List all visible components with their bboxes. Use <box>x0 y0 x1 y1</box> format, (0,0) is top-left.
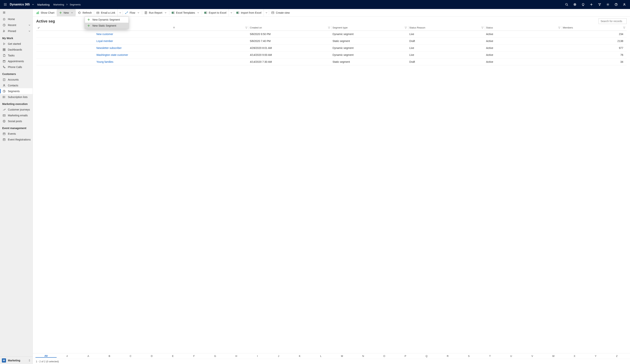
new-dynamic-segment[interactable]: New Dynamic Segment <box>85 17 128 23</box>
table-row[interactable]: Washington state customer 4/14/2020 9:00… <box>36 51 626 58</box>
jump-V[interactable]: V <box>522 355 543 358</box>
col-type[interactable]: Segment type <box>332 26 348 29</box>
col-reason[interactable]: Status Reason <box>409 26 425 29</box>
nav-event-registrations[interactable]: Event Registrations <box>0 137 32 142</box>
nav-customer-journeys[interactable]: Customer journeys <box>0 107 32 112</box>
sort-asc-icon[interactable] <box>173 26 175 29</box>
breadcrumb-root[interactable]: Marketing <box>54 3 64 6</box>
insights-icon[interactable] <box>579 0 587 9</box>
nav-recent[interactable]: Recent <box>0 22 32 28</box>
filter-icon[interactable] <box>558 26 560 29</box>
search-records[interactable] <box>598 18 626 24</box>
nav-contacts[interactable]: Contacts <box>0 82 32 88</box>
col-status[interactable]: Status <box>486 26 493 29</box>
row-name[interactable]: Washington state customer <box>95 51 249 58</box>
jump-O[interactable]: O <box>374 355 395 358</box>
cmd-import-excel-split[interactable] <box>264 9 269 16</box>
cmd-export-excel-split[interactable] <box>228 9 234 16</box>
jump-J[interactable]: J <box>268 355 289 358</box>
jump-X[interactable]: X <box>564 355 585 358</box>
account-icon[interactable] <box>620 0 628 9</box>
jump-C[interactable]: C <box>120 355 141 358</box>
cmd-refresh[interactable]: Refresh <box>76 9 94 16</box>
jump-T[interactable]: T <box>480 355 500 358</box>
jump-M[interactable]: M <box>332 355 353 358</box>
jump-E[interactable]: E <box>162 355 184 358</box>
advanced-filter-icon[interactable] <box>596 0 604 9</box>
jump-All[interactable]: All <box>36 355 56 358</box>
area-switcher[interactable]: M Marketing <box>0 357 32 364</box>
jump-B[interactable]: B <box>99 355 120 358</box>
nav-social-posts[interactable]: Social posts <box>0 118 32 124</box>
cmd-show-chart[interactable]: Show Chart <box>34 9 56 16</box>
filter-icon[interactable] <box>328 26 330 29</box>
row-name[interactable]: Young families <box>95 58 249 65</box>
nav-events[interactable]: Events <box>0 131 32 137</box>
jump-Y[interactable]: Y <box>585 355 606 358</box>
cmd-excel-templates[interactable]: Excel Templates <box>169 9 202 16</box>
jump-P[interactable]: P <box>395 355 416 358</box>
jump-N[interactable]: N <box>352 355 374 358</box>
nav-appointments[interactable]: Appointments <box>0 58 32 64</box>
row-name[interactable]: Newsletter subscriber <box>95 44 249 51</box>
jump-U[interactable]: U <box>500 355 522 358</box>
jump-F[interactable]: F <box>184 355 204 358</box>
col-created[interactable]: Created on <box>250 26 262 29</box>
cmd-import-excel[interactable]: Import from Excel <box>234 9 264 16</box>
row-name[interactable]: Loyal member <box>95 38 249 44</box>
quick-create-icon[interactable] <box>587 0 596 9</box>
app-launcher-icon[interactable] <box>2 3 9 6</box>
filter-icon[interactable] <box>623 26 626 29</box>
cmd-run-report[interactable]: Run Report <box>142 9 169 16</box>
check-icon[interactable] <box>37 26 40 29</box>
cmd-export-excel[interactable]: Export to Excel <box>202 9 228 16</box>
brand-title[interactable]: Dynamics 365 <box>10 3 30 6</box>
jump-G[interactable]: G <box>204 355 226 358</box>
table-row[interactable]: New customer 5/8/2020 9:50 PM Dynamic se… <box>36 31 626 38</box>
jump-D[interactable]: D <box>141 355 162 358</box>
jump-W[interactable]: W <box>543 355 564 358</box>
nav-pinned[interactable]: Pinned <box>0 28 32 34</box>
jump-L[interactable]: L <box>310 355 332 358</box>
nav-toggle-icon[interactable] <box>2 11 6 14</box>
global-search-icon[interactable] <box>562 0 571 9</box>
cmd-email-link-split[interactable] <box>118 9 122 16</box>
row-name[interactable]: New customer <box>95 31 249 38</box>
jump-Z[interactable]: Z <box>606 355 628 358</box>
table-row[interactable]: Loyal member 5/8/2020 7:40 PM Static seg… <box>36 38 626 44</box>
cmd-create-view[interactable]: Create view <box>269 9 292 16</box>
cmd-email-link[interactable]: Email a Link <box>94 9 118 16</box>
brand-chevron-icon[interactable] <box>32 3 34 6</box>
jump-I[interactable]: I <box>247 355 268 358</box>
nav-marketing-emails[interactable]: Marketing emails <box>0 112 32 118</box>
nav-subscription-lists[interactable]: Subscription lists <box>0 94 32 100</box>
col-members[interactable]: Members <box>563 26 573 29</box>
new-static-segment[interactable]: New Static Segment <box>85 23 128 29</box>
nav-accounts[interactable]: Accounts <box>0 77 32 82</box>
nav-phone-calls[interactable]: Phone Calls <box>0 64 32 70</box>
nav-dashboards[interactable]: Dashboards <box>0 47 32 52</box>
nav-get-started[interactable]: Get started <box>0 41 32 47</box>
page-title[interactable]: Active seg <box>36 19 55 23</box>
filter-icon[interactable] <box>404 26 407 29</box>
help-icon[interactable] <box>612 0 620 9</box>
table-row[interactable]: Newsletter subscriber 4/28/2020 8:01 AM … <box>36 44 626 51</box>
jump-K[interactable]: K <box>289 355 310 358</box>
search-input[interactable] <box>600 19 630 23</box>
nav-home[interactable]: Home <box>0 16 32 22</box>
filter-icon[interactable] <box>245 26 248 29</box>
nav-segments[interactable]: Segments <box>0 88 32 94</box>
filter-icon[interactable] <box>481 26 484 29</box>
nav-tasks[interactable]: Tasks <box>0 52 32 58</box>
table-row[interactable]: Young families 4/14/2020 7:30 AM Static … <box>36 58 626 65</box>
jump-R[interactable]: R <box>437 355 458 358</box>
cmd-new[interactable]: New <box>57 9 76 16</box>
jump-Q[interactable]: Q <box>416 355 437 358</box>
settings-icon[interactable] <box>604 0 612 9</box>
jump-S[interactable]: S <box>458 355 480 358</box>
app-area-label[interactable]: Marketing <box>37 3 50 6</box>
cmd-flow[interactable]: Flow <box>123 9 142 16</box>
jump-A[interactable]: A <box>78 355 99 358</box>
jump-#[interactable]: # <box>56 355 78 358</box>
jump-H[interactable]: H <box>226 355 247 358</box>
